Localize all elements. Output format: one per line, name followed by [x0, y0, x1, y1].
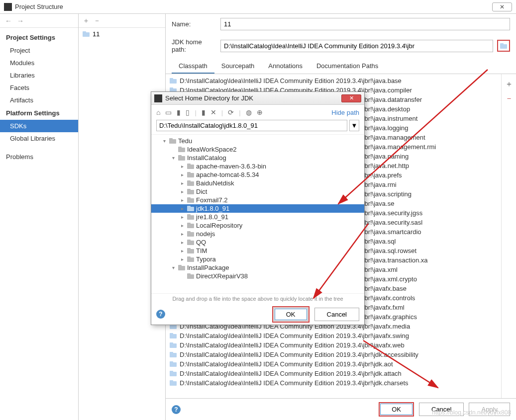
- dialog-cancel-button[interactable]: Cancel: [314, 308, 359, 321]
- tab-annotations[interactable]: Annotations: [261, 59, 310, 74]
- folder-icon: [170, 333, 177, 338]
- classpath-add-icon[interactable]: ＋: [502, 77, 516, 91]
- folder-icon: [187, 256, 194, 262]
- tree-item-label: QQ: [196, 239, 206, 246]
- expander-icon[interactable]: ▸: [179, 180, 185, 186]
- sdk-item-label: 11: [93, 30, 100, 38]
- sdk-item[interactable]: 11: [79, 28, 165, 40]
- tab-classpath[interactable]: Classpath: [172, 59, 214, 74]
- tab-docpaths[interactable]: Documentation Paths: [310, 59, 385, 74]
- left-panel: ← → Project Settings Project Modules Lib…: [0, 14, 79, 420]
- tree-item[interactable]: ▾InstallCatalog: [151, 154, 364, 162]
- expander-icon[interactable]: ▸: [179, 214, 185, 220]
- dialog-close-icon[interactable]: ✕: [341, 94, 361, 102]
- expander-icon[interactable]: ▾: [170, 155, 176, 161]
- expander-icon[interactable]: ▸: [179, 164, 185, 169]
- expander-icon[interactable]: ▸: [179, 197, 185, 203]
- tree-item[interactable]: ▸jre1.8.0_91: [151, 213, 364, 221]
- expander-icon[interactable]: ▸: [179, 240, 185, 245]
- classpath-item[interactable]: D:\InstallCatalog\Idea\IntelliJ IDEA Com…: [166, 359, 501, 369]
- tree-item[interactable]: ▸Foxmail7.2: [151, 196, 364, 204]
- nav-libraries[interactable]: Libraries: [0, 69, 78, 82]
- classpath-item[interactable]: D:\InstallCatalog\Idea\IntelliJ IDEA Com…: [166, 369, 501, 378]
- home-icon[interactable]: ⌂: [156, 108, 160, 116]
- tree-item-label: apache-maven-3.6.3-bin: [196, 163, 266, 170]
- nav-sdks[interactable]: SDKs: [0, 120, 78, 132]
- tree-item[interactable]: ▸jdk1.8.0_91: [151, 204, 364, 213]
- expander-icon[interactable]: ▸: [179, 172, 185, 177]
- classpath-item[interactable]: D:\InstallCatalog\Idea\IntelliJ IDEA Com…: [166, 331, 501, 340]
- forward-icon[interactable]: →: [17, 17, 24, 25]
- classpath-item[interactable]: D:\InstallCatalog\Idea\IntelliJ IDEA Com…: [166, 378, 501, 388]
- dialog-ok-button[interactable]: OK: [274, 308, 308, 321]
- hide-path-link[interactable]: Hide path: [331, 109, 359, 116]
- nav-problems[interactable]: Problems: [0, 151, 78, 163]
- nav-modules[interactable]: Modules: [0, 57, 78, 69]
- tree-item[interactable]: ▸TIM: [151, 247, 364, 255]
- name-field[interactable]: [220, 18, 510, 30]
- tree-area[interactable]: ▾TeduIdeaWorkSpace2▾InstallCatalog▸apach…: [151, 134, 364, 294]
- folder-icon: [187, 223, 194, 228]
- folder-icon: [187, 214, 194, 220]
- path-field[interactable]: [220, 40, 493, 52]
- nav-project[interactable]: Project: [0, 44, 78, 57]
- folder-icon: [187, 206, 194, 211]
- tree-item-label: TIM: [196, 247, 207, 254]
- nav-facets[interactable]: Facets: [0, 82, 78, 94]
- history-icon[interactable]: ▼: [349, 120, 359, 131]
- tree-item[interactable]: ▸apache-tomcat-8.5.34: [151, 170, 364, 179]
- help-icon[interactable]: ?: [172, 405, 181, 414]
- folder-icon: [187, 180, 194, 186]
- classpath-item[interactable]: D:\InstallCatalog\Idea\IntelliJ IDEA Com…: [166, 340, 501, 350]
- browse-icon[interactable]: [499, 41, 509, 50]
- folder-icon: [187, 172, 194, 177]
- module-icon[interactable]: ▯: [186, 108, 190, 116]
- folder-icon: [170, 371, 177, 376]
- tabs: Classpath Sourcepath Annotations Documen…: [166, 59, 516, 74]
- back-icon[interactable]: ←: [5, 17, 12, 25]
- tree-item[interactable]: ▸nodejs: [151, 230, 364, 238]
- tree-item[interactable]: ▸LocalRepository: [151, 221, 364, 230]
- dialog-path-field[interactable]: [156, 120, 347, 131]
- tab-sourcepath[interactable]: Sourcepath: [214, 59, 262, 74]
- ok-button[interactable]: OK: [379, 402, 414, 417]
- expander-icon[interactable]: ▸: [179, 206, 185, 211]
- tree-item[interactable]: IdeaWorkSpace2: [151, 145, 364, 154]
- folder-icon: [178, 147, 185, 152]
- delete-icon[interactable]: ✕: [210, 108, 216, 116]
- dialog-app-icon: [154, 94, 162, 102]
- tree-item[interactable]: ▸BaiduNetdisk: [151, 179, 364, 187]
- show-hidden-icon[interactable]: ◍: [246, 108, 252, 116]
- classpath-item[interactable]: D:\InstallCatalog\Idea\IntelliJ IDEA Com…: [166, 76, 501, 85]
- tree-item[interactable]: ▸QQ: [151, 238, 364, 247]
- tree-item[interactable]: ▸Dict: [151, 187, 364, 196]
- folder-icon: [169, 138, 176, 144]
- expand-icon[interactable]: ⊕: [257, 108, 263, 116]
- project-icon[interactable]: ▮: [177, 108, 181, 116]
- remove-icon[interactable]: －: [94, 16, 101, 25]
- expander-icon[interactable]: ▸: [179, 223, 185, 228]
- expander-icon[interactable]: ▸: [179, 231, 185, 237]
- refresh-icon[interactable]: ⟳: [228, 108, 234, 116]
- expander-icon[interactable]: ▾: [161, 138, 167, 144]
- nav-artifacts[interactable]: Artifacts: [0, 94, 78, 106]
- tree-item[interactable]: ▾Tedu: [151, 137, 364, 145]
- nav-global-libraries[interactable]: Global Libraries: [0, 132, 78, 145]
- newfolder-icon[interactable]: ▮: [202, 108, 206, 116]
- close-icon[interactable]: ✕: [492, 2, 512, 11]
- expander-icon[interactable]: ▾: [170, 265, 176, 270]
- tree-item[interactable]: DirectXRepairV38: [151, 272, 364, 280]
- folder-icon: [187, 164, 194, 169]
- dialog-help-icon[interactable]: ?: [156, 310, 165, 319]
- classpath-item[interactable]: D:\InstallCatalog\Idea\IntelliJ IDEA Com…: [166, 350, 501, 359]
- classpath-item-label: D:\InstallCatalog\Idea\IntelliJ IDEA Com…: [180, 351, 418, 358]
- tree-item[interactable]: ▸apache-maven-3.6.3-bin: [151, 162, 364, 170]
- tree-item[interactable]: ▸Typora: [151, 255, 364, 263]
- expander-icon[interactable]: ▸: [179, 189, 185, 194]
- expander-icon[interactable]: ▸: [179, 248, 185, 253]
- desktop-icon[interactable]: ▭: [165, 108, 172, 116]
- classpath-remove-icon[interactable]: －: [502, 91, 516, 106]
- tree-item[interactable]: ▾InstallPackage: [151, 263, 364, 272]
- expander-icon[interactable]: ▸: [179, 256, 185, 262]
- add-icon[interactable]: ＋: [83, 16, 90, 25]
